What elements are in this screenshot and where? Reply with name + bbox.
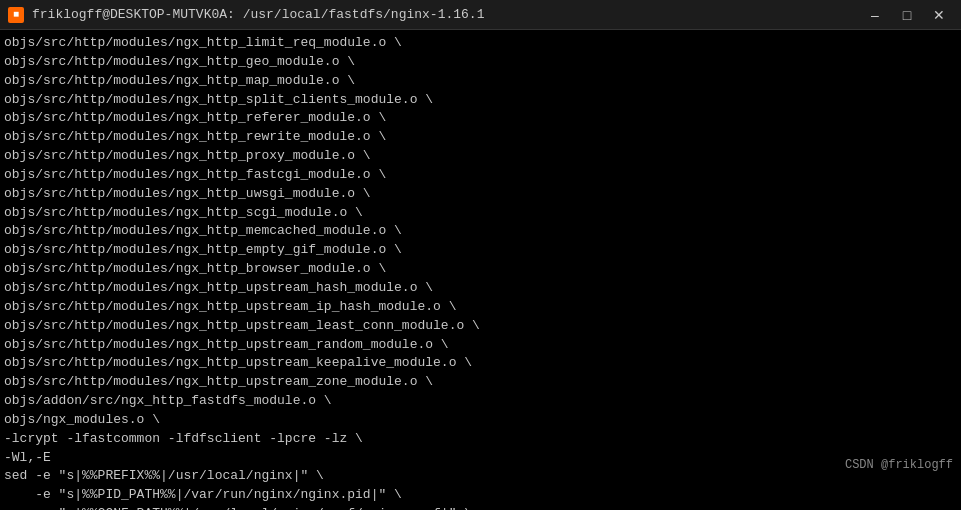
terminal-line: objs/src/http/modules/ngx_http_upstream_…: [4, 354, 957, 373]
terminal-line: sed -e "s|%%PREFIX%%|/usr/local/nginx|" …: [4, 467, 957, 486]
terminal-line: objs/src/http/modules/ngx_http_upstream_…: [4, 279, 957, 298]
terminal-line: objs/src/http/modules/ngx_http_split_cli…: [4, 91, 957, 110]
terminal-line: objs/ngx_modules.o \: [4, 411, 957, 430]
terminal-line: -lcrypt -lfastcommon -lfdfsclient -lpcre…: [4, 430, 957, 449]
terminal-line: objs/src/http/modules/ngx_http_limit_req…: [4, 34, 957, 53]
title-bar-left: ■ friklogff@DESKTOP-MUTVK0A: /usr/local/…: [8, 7, 484, 23]
terminal-line: -e "s|%%PID_PATH%%|/var/run/nginx/nginx.…: [4, 486, 957, 505]
maximize-button[interactable]: □: [893, 4, 921, 26]
terminal-line: objs/src/http/modules/ngx_http_map_modul…: [4, 72, 957, 91]
terminal-line: objs/src/http/modules/ngx_http_upstream_…: [4, 317, 957, 336]
terminal-line: objs/addon/src/ngx_http_fastdfs_module.o…: [4, 392, 957, 411]
terminal-line: objs/src/http/modules/ngx_http_uwsgi_mod…: [4, 185, 957, 204]
terminal-line: objs/src/http/modules/ngx_http_upstream_…: [4, 298, 957, 317]
terminal-line: objs/src/http/modules/ngx_http_scgi_modu…: [4, 204, 957, 223]
watermark: CSDN @friklogff: [845, 457, 953, 474]
title-bar-controls: – □ ✕: [861, 4, 953, 26]
terminal-line: objs/src/http/modules/ngx_http_upstream_…: [4, 373, 957, 392]
terminal-icon: ■: [8, 7, 24, 23]
terminal-line: objs/src/http/modules/ngx_http_browser_m…: [4, 260, 957, 279]
terminal-line: objs/src/http/modules/ngx_http_proxy_mod…: [4, 147, 957, 166]
terminal-line: -Wl,-E: [4, 449, 957, 468]
title-bar-title: friklogff@DESKTOP-MUTVK0A: /usr/local/fa…: [32, 7, 484, 22]
terminal-line: objs/src/http/modules/ngx_http_rewrite_m…: [4, 128, 957, 147]
terminal-line: -e "s|%%CONF_PATH%%|/usr/local/nginx/con…: [4, 505, 957, 510]
terminal-line: objs/src/http/modules/ngx_http_empty_gif…: [4, 241, 957, 260]
terminal-line: objs/src/http/modules/ngx_http_geo_modul…: [4, 53, 957, 72]
terminal-line: objs/src/http/modules/ngx_http_referer_m…: [4, 109, 957, 128]
terminal-body: objs/src/http/modules/ngx_http_limit_req…: [0, 30, 961, 510]
close-button[interactable]: ✕: [925, 4, 953, 26]
terminal-output: objs/src/http/modules/ngx_http_limit_req…: [4, 34, 957, 510]
title-bar: ■ friklogff@DESKTOP-MUTVK0A: /usr/local/…: [0, 0, 961, 30]
terminal-line: objs/src/http/modules/ngx_http_upstream_…: [4, 336, 957, 355]
terminal-line: objs/src/http/modules/ngx_http_memcached…: [4, 222, 957, 241]
terminal-line: objs/src/http/modules/ngx_http_fastcgi_m…: [4, 166, 957, 185]
minimize-button[interactable]: –: [861, 4, 889, 26]
